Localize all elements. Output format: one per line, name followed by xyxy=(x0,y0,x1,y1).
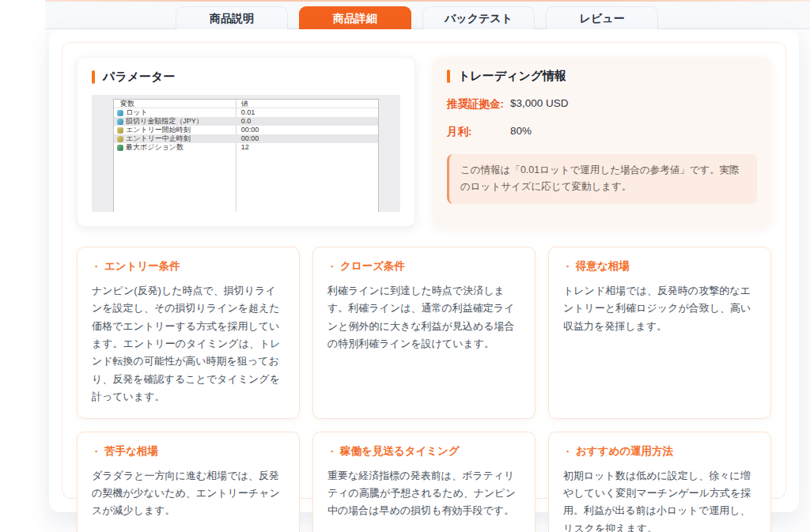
bullet-icon: ・ xyxy=(563,261,572,273)
card-timing-to-pause: ・稼働を見送るタイミング 重要な経済指標の発表前は、ボラティリティの高騰が予想さ… xyxy=(312,432,536,532)
monthly-return-label: 月利: xyxy=(447,125,510,139)
param-name: 最大ポジション数 xyxy=(126,143,184,152)
param-value: 12 xyxy=(236,143,249,152)
parameters-panel: パラメーター 変数 値 ロット 0.01 損切 xyxy=(77,57,415,227)
recommended-margin-value: $3,000 USD xyxy=(510,97,569,111)
card-body-text: ナンピン(反発)した時点で、損切りラインを設定し、その損切りラインを超えた価格で… xyxy=(92,282,285,406)
double-param-icon xyxy=(117,119,123,125)
card-body-text: 初期ロット数は低めに設定し、徐々に増やしていく変則マーチンゲール方式を採用。利益… xyxy=(563,467,756,532)
trading-info-panel: トレーディング情報 推奨証拠金: $3,000 USD 月利: 80% この情報… xyxy=(433,57,771,227)
card-favorable-market: ・得意な相場 トレンド相場では、反発時の攻撃的なエントリーと利確ロジックが合致し… xyxy=(548,247,771,419)
integer-param-icon xyxy=(117,145,123,151)
card-body-text: 重要な経済指標の発表前は、ボラティリティの高騰が予想されるため、ナンピン中の場合… xyxy=(327,467,520,520)
card-body-text: ダラダラと一方向に進む相場では、反発の契機が少ないため、エントリーチャンスが減少… xyxy=(92,467,285,520)
card-title-text: おすすめの運用方法 xyxy=(576,444,673,458)
table-row: 最大ポジション数 12 xyxy=(114,143,378,152)
table-row: エントリー中止時刻 00:00 xyxy=(114,134,378,143)
tab-backtest[interactable]: バックテスト xyxy=(422,6,535,30)
recommended-margin-row: 推奨証拠金: $3,000 USD xyxy=(447,97,757,111)
param-name: ロット xyxy=(126,108,148,117)
bullet-icon: ・ xyxy=(327,261,336,273)
card-title-text: 稼働を見送るタイミング xyxy=(340,444,460,458)
table-row: 損切り金額指定（JPY） 0.0 xyxy=(114,117,378,126)
card-close-conditions: ・クローズ条件 利確ラインに到達した時点で決済します。利確ラインは、通常の利益確… xyxy=(312,247,536,419)
param-value: 0.01 xyxy=(236,108,255,117)
table-header-row: 変数 値 xyxy=(114,100,378,108)
monthly-return-value: 80% xyxy=(510,125,532,139)
details-inner-container: パラメーター 変数 値 ロット 0.01 損切 xyxy=(62,42,786,499)
card-title-text: クローズ条件 xyxy=(340,259,405,274)
parameters-panel-title: パラメーター xyxy=(92,70,400,85)
param-name: エントリー開始時刻 xyxy=(126,126,191,134)
left-margin-column xyxy=(0,0,45,532)
tab-product-details[interactable]: 商品詳細 xyxy=(299,6,411,30)
tab-product-description[interactable]: 商品説明 xyxy=(176,6,288,30)
card-title-text: 苦手な相場 xyxy=(104,444,158,458)
card-title-text: エントリー条件 xyxy=(104,259,180,274)
tab-reviews[interactable]: レビュー xyxy=(546,6,658,30)
tab-bar: 商品説明 商品詳細 バックテスト レビュー xyxy=(176,6,658,30)
card-body-text: 利確ラインに到達した時点で決済します。利確ラインは、通常の利益確定ラインと例外的… xyxy=(327,282,520,353)
param-name: 損切り金額指定（JPY） xyxy=(126,117,203,126)
bullet-icon: ・ xyxy=(327,446,336,458)
card-unfavorable-market: ・苦手な相場 ダラダラと一方向に進む相場では、反発の契機が少ないため、エントリー… xyxy=(77,432,300,532)
bullet-icon: ・ xyxy=(563,446,572,458)
card-entry-conditions: ・エントリー条件 ナンピン(反発)した時点で、損切りラインを設定し、その損切りラ… xyxy=(77,247,300,419)
orange-title-bar-icon xyxy=(92,70,95,84)
bullet-icon: ・ xyxy=(92,446,100,458)
parameters-screenshot: 変数 値 ロット 0.01 損切り金額指定（JPY） 0.0 エントリー開始 xyxy=(92,95,400,212)
info-cards-grid: ・エントリー条件 ナンピン(反発)した時点で、損切りラインを設定し、その損切りラ… xyxy=(77,247,771,532)
param-name: エントリー中止時刻 xyxy=(126,134,191,143)
string-param-icon xyxy=(117,136,123,142)
string-param-icon xyxy=(117,127,123,134)
param-value: 00:00 xyxy=(236,126,259,134)
recommended-margin-label: 推奨証拠金: xyxy=(447,97,510,111)
lot-size-note: この情報は「0.01ロットで運用した場合の参考値」です。実際のロットサイズに応じ… xyxy=(447,154,757,204)
top-panels-row: パラメーター 変数 値 ロット 0.01 損切 xyxy=(77,57,771,227)
parameters-title-text: パラメーター xyxy=(103,70,175,85)
bullet-icon: ・ xyxy=(92,261,100,273)
param-value: 0.0 xyxy=(236,117,252,126)
parameters-table: 変数 値 ロット 0.01 損切り金額指定（JPY） 0.0 エントリー開始 xyxy=(113,99,379,212)
param-value: 00:00 xyxy=(236,134,259,143)
trading-info-panel-title: トレーディング情報 xyxy=(447,69,757,84)
trading-info-title-text: トレーディング情報 xyxy=(458,69,566,84)
card-body-text: トレンド相場では、反発時の攻撃的なエントリーと利確ロジックが合致し、高い収益力を… xyxy=(563,282,756,335)
table-row: エントリー開始時刻 00:00 xyxy=(114,126,378,134)
orange-title-bar-icon xyxy=(447,70,450,83)
column-header-variable: 変数 xyxy=(114,100,236,108)
monthly-return-row: 月利: 80% xyxy=(447,125,757,139)
table-row: ロット 0.01 xyxy=(114,108,378,117)
column-header-value: 値 xyxy=(236,100,248,108)
product-details-panel: パラメーター 変数 値 ロット 0.01 損切 xyxy=(49,29,799,512)
card-recommended-operation: ・おすすめの運用方法 初期ロット数は低めに設定し、徐々に増やしていく変則マーチン… xyxy=(548,432,771,532)
double-param-icon xyxy=(117,110,123,116)
card-title-text: 得意な相場 xyxy=(576,259,630,274)
